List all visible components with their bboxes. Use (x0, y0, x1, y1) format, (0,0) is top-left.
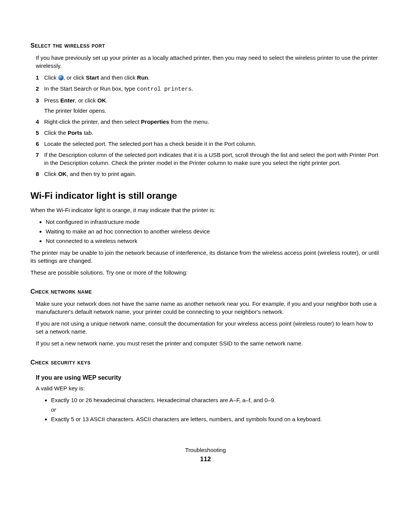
list-item: Exactly 10 or 26 hexadecimal characters.… (51, 396, 381, 414)
paragraph: These are possible solutions. Try one or… (30, 268, 381, 276)
step-text: Click (44, 74, 58, 81)
step-text: , or click (75, 97, 97, 104)
paragraph: Make sure your network does not have the… (36, 300, 381, 316)
step-text: Locate the selected port. The selected p… (44, 141, 256, 147)
paragraph: A valid WEP key is: (36, 384, 381, 392)
step-text: . (148, 74, 150, 81)
step-text: . (106, 97, 108, 104)
heading-check-security-keys: Check security keys (30, 358, 381, 367)
page-number: 112 (30, 455, 381, 464)
subheading-wep: If you are using WEP security (36, 374, 381, 382)
step-text: Click the (44, 129, 68, 136)
step-text: Click (44, 171, 58, 177)
bold-ports: Ports (68, 129, 82, 136)
or-separator: or (51, 406, 381, 414)
list-item: Not configured in infrastructure mode (46, 218, 381, 226)
step-3: 3 Press Enter, or click OK. The printer … (36, 96, 381, 115)
bullet-list: Not configured in infrastructure mode Wa… (30, 218, 381, 245)
step-text: Press (44, 97, 61, 104)
step-text: from the menu. (169, 118, 209, 125)
step-8: 8 Click OK, and then try to print again. (36, 170, 381, 178)
paragraph: If you set a new network name, you must … (36, 339, 381, 347)
bold-enter: Enter (61, 97, 75, 104)
bullet-text: Exactly 10 or 26 hexadecimal characters.… (51, 397, 276, 403)
step-text: , and then try to print again. (67, 171, 136, 177)
footer-section: Troubleshooting (30, 446, 381, 454)
bold-properties: Properties (141, 118, 169, 125)
paragraph: When the Wi-Fi indicator light is orange… (30, 206, 381, 214)
step-6: 6 Locate the selected port. The selected… (36, 140, 381, 148)
step-5: 5 Click the Ports tab. (36, 129, 381, 137)
step-text: tab. (82, 129, 93, 136)
step-text: , or click (64, 74, 86, 81)
paragraph: If you are not using a unique network na… (36, 320, 381, 335)
step-7: 7 If the Description column of the selec… (36, 151, 381, 167)
step-text: Right-click the printer, and then select (44, 118, 141, 125)
intro-paragraph: If you have previously set up your print… (36, 54, 381, 70)
bold-start: Start (86, 74, 99, 81)
bold-ok: OK (58, 171, 67, 177)
list-item: Not connected to a wireless network (46, 237, 381, 245)
step-text: and then click (99, 74, 137, 81)
heading-check-network-name: Check network name (30, 287, 381, 296)
paragraph: The printer may be unable to join the ne… (30, 249, 381, 265)
list-item: Exactly 5 or 13 ASCII characters. ASCII … (51, 415, 381, 423)
page-footer: Troubleshooting 112 (30, 446, 381, 464)
step-1: 1 Click , or click Start and then click … (36, 73, 381, 81)
bullet-list: Exactly 10 or 26 hexadecimal characters.… (30, 396, 381, 423)
command-text: control printers (137, 86, 191, 93)
list-item: Waiting to make an ad hoc connection to … (46, 227, 381, 235)
heading-wifi-orange: Wi-Fi indicator light is still orange (30, 189, 381, 202)
step-sub-text: The printer folder opens. (44, 107, 381, 115)
windows-orb-icon (58, 75, 64, 80)
heading-select-wireless-port: Select the wireless port (30, 41, 381, 50)
bold-run: Run (137, 74, 148, 81)
step-text: In the Start Search or Run box, type (44, 85, 137, 92)
step-4: 4 Right-click the printer, and then sele… (36, 118, 381, 126)
step-text: . (192, 85, 193, 92)
step-2: 2 In the Start Search or Run box, type c… (36, 85, 381, 93)
steps-list: 1 Click , or click Start and then click … (30, 73, 381, 178)
bold-ok: OK (97, 97, 106, 104)
step-text: If the Description column of the selecte… (44, 152, 378, 166)
